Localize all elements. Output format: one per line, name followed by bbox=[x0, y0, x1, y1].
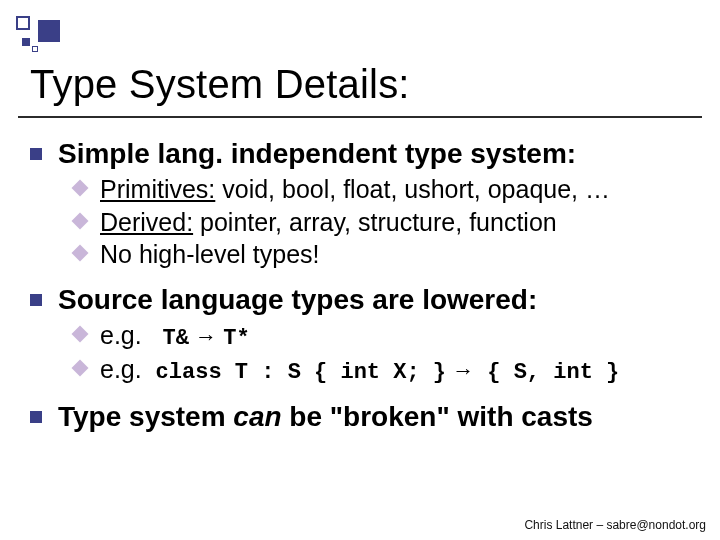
bullet-2-sub-1: e.g. T& → T* bbox=[74, 320, 704, 353]
derived-label: Derived: bbox=[100, 208, 193, 236]
bullet-1: Simple lang. independent type system: bbox=[30, 138, 704, 170]
slide-body: Simple lang. independent type system: Pr… bbox=[30, 138, 704, 437]
code-struct: { S, int } bbox=[487, 360, 619, 385]
diamond-bullet-icon bbox=[72, 245, 89, 262]
diamond-bullet-icon bbox=[72, 180, 89, 197]
corner-decoration bbox=[16, 16, 60, 60]
code-t-ptr: T* bbox=[223, 326, 249, 351]
bullet-1-sub-2: Derived: pointer, array, structure, func… bbox=[74, 207, 704, 238]
bullet-2: Source language types are lowered: bbox=[30, 284, 704, 316]
bullet-1-text: Simple lang. independent type system: bbox=[58, 138, 576, 169]
primitives-list: void, bool, float, ushort, opaque, … bbox=[215, 175, 610, 203]
primitives-label: Primitives: bbox=[100, 175, 215, 203]
arrow-icon: → bbox=[446, 358, 480, 383]
code-t-ref: T& bbox=[163, 326, 189, 351]
square-bullet-icon bbox=[30, 294, 42, 306]
diamond-bullet-icon bbox=[72, 360, 89, 377]
square-bullet-icon bbox=[30, 148, 42, 160]
bullet-1-sub-1: Primitives: void, bool, float, ushort, o… bbox=[74, 174, 704, 205]
derived-list: pointer, array, structure, function bbox=[193, 208, 557, 236]
code-class-def: class T : S { int X; } bbox=[156, 360, 446, 385]
bullet-2-sub-2: e.g. class T : S { int X; } → { S, int } bbox=[74, 354, 704, 387]
square-bullet-icon bbox=[30, 411, 42, 423]
bullet-3-text-b: be "broken" with casts bbox=[282, 401, 593, 432]
eg-label: e.g. bbox=[100, 355, 142, 383]
diamond-bullet-icon bbox=[72, 325, 89, 342]
no-high-level-text: No high-level types! bbox=[100, 240, 320, 268]
bullet-1-sub-3: No high-level types! bbox=[74, 239, 704, 270]
bullet-3-em: can bbox=[233, 401, 281, 432]
eg-label: e.g. bbox=[100, 321, 142, 349]
footer-attribution: Chris Lattner – sabre@nondot.org bbox=[524, 518, 706, 532]
arrow-icon: → bbox=[189, 324, 223, 349]
bullet-2-text: Source language types are lowered: bbox=[58, 284, 537, 315]
title-rule bbox=[18, 116, 702, 118]
diamond-bullet-icon bbox=[72, 212, 89, 229]
slide: Type System Details: Simple lang. indepe… bbox=[0, 0, 720, 540]
bullet-3: Type system can be "broken" with casts bbox=[30, 401, 704, 433]
slide-title: Type System Details: bbox=[30, 62, 410, 107]
bullet-3-text-a: Type system bbox=[58, 401, 233, 432]
